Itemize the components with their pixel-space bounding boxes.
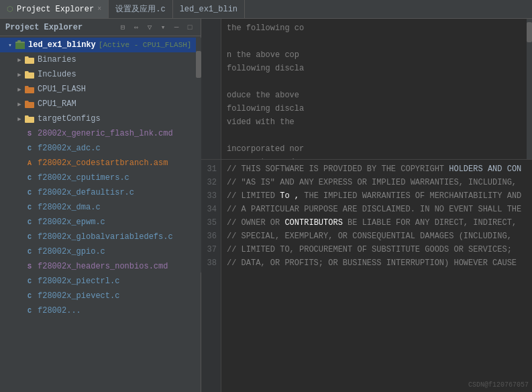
arrow-binaries: ▶ [15,55,24,64]
tree-item-headers[interactable]: ▶ S f28002x_headers_nonbios.cmd [0,259,201,274]
top-line-numbers [201,19,221,159]
code-line-33: // LIMITED To , THE IMPLIED WARRANTIES O… [227,189,527,203]
c-file-icon-adc: C [24,143,35,154]
panel-header: Project Explorer ⊟ ⇔ ▽ ▾ ─ □ [0,19,201,36]
collapse-all-icon[interactable]: ⊟ [117,22,128,33]
tree-item-28002-flash[interactable]: ▶ S 28002x_generic_flash_lnk.cmd [0,126,201,141]
cpu1-ram-label: CPU1_RAM [38,99,76,109]
code-line-top-7: incorporated nor [227,142,527,156]
code-line-37: // LIMITED TO, PROCUREMENT OF SUBSTITUTE… [227,243,527,256]
line-num-38: 38 [205,256,217,270]
bottom-code-content: // THIS SOFTWARE IS PROVIDED BY THE COPY… [221,160,532,392]
svg-rect-1 [15,43,25,49]
code-line-top-8: r promote produ [227,156,527,159]
includes-label: Includes [38,70,76,79]
tab-settings-label: 设置及应用.c [115,3,165,15]
tree-item-more[interactable]: ▶ C f28002... [0,303,201,318]
tree-item-codestart[interactable]: ▶ A f28002x_codestartbranch.asm [0,156,201,170]
tree-view[interactable]: ▾ led_ex1_blinky [Active - CPU1_FLASH] ▶… [0,36,201,392]
file-defaultisr-label: f28002x_defaultisr.c [38,188,134,197]
line-num-33: 33 [205,189,217,203]
minimize-icon[interactable]: ─ [171,22,182,33]
tab-settings-app[interactable]: 设置及应用.c [109,0,172,18]
c-file-icon-epwm: C [24,217,35,228]
arrow-cpu1-ram: ▶ [15,99,24,109]
code-line-top-3: following discla [227,62,527,75]
panel-scrollbar-thumb[interactable] [196,51,201,78]
file-pievect-label: f28002x_pievect.c [38,291,119,301]
file-piectrl-label: f28002x_piectrl.c [38,277,119,286]
link-editor-icon[interactable]: ⇔ [131,22,142,33]
c-file-icon-cputimers: C [24,173,35,183]
code-line-38: // DATA, OR PROFITS; OR BUSINESS INTERRU… [227,256,527,270]
arrow-target-configs: ▶ [15,114,24,124]
tree-item-cpu1-ram[interactable]: ▶ CPU1_RAM [0,97,201,111]
c-file-icon-more: C [24,305,35,316]
arrow-includes: ▶ [15,70,24,79]
right-scrollbar-top-thumb[interactable] [527,22,532,42]
file-cputimers-label: f28002x_cputimers.c [38,173,129,183]
panel-scrollbar[interactable] [196,38,201,273]
tree-item-binaries[interactable]: ▶ Binaries [0,52,201,67]
file-more-label: f28002... [38,306,81,315]
project-name: led_ex1_blinky [28,40,96,50]
folder-binaries-icon [24,54,35,65]
tab-led-label: led_ex1_blin [180,5,237,14]
c-file-icon-gpio: C [24,246,35,257]
line-num-31: 31 [205,162,217,176]
tree-item-cpu1-flash[interactable]: ▶ CPU1_FLASH [0,82,201,97]
code-line-34: // A PARTICULAR PURPOSE ARE DISCLAIMED. … [227,203,527,216]
cmd-file-icon-headers: S [24,261,35,272]
bottom-line-numbers: 31 32 33 34 35 36 37 38 [201,160,221,392]
tree-item-project-root[interactable]: ▾ led_ex1_blinky [Active - CPU1_FLASH] [0,38,201,52]
folder-includes-icon [24,69,35,80]
code-line-top-1: the following co [227,21,527,35]
folder-target-configs-icon [24,113,35,124]
tree-item-piectrl[interactable]: ▶ C f28002x_piectrl.c [0,274,201,289]
code-line-31: // THIS SOFTWARE IS PROVIDED BY THE COPY… [227,162,527,176]
tab-led-blinky[interactable]: led_ex1_blin [173,0,245,18]
line-num-37: 37 [205,243,217,256]
code-line-top-4: oduce the above [227,89,527,102]
main-area: Project Explorer ⊟ ⇔ ▽ ▾ ─ □ ▾ led_ex1_b… [0,19,532,392]
file-gpio-label: f28002x_gpio.c [38,247,105,256]
view-menu-icon[interactable]: ▾ [158,22,168,33]
c-file-icon-dma: C [24,202,35,213]
c-file-icon-globalvars: C [24,232,35,242]
filter-icon[interactable]: ▽ [144,22,155,33]
target-configs-label: targetConfigs [38,114,101,124]
tab-close-project-explorer[interactable]: × [97,5,101,13]
folder-cpu1-flash-icon [24,84,35,95]
tree-item-dma[interactable]: ▶ C f28002x_dma.c [0,200,201,215]
tree-item-cputimers[interactable]: ▶ C f28002x_cputimers.c [0,170,201,185]
tree-item-globalvars[interactable]: ▶ C f28002x_globalvariabledefs.c [0,230,201,244]
tree-item-pievect[interactable]: ▶ C f28002x_pievect.c [0,289,201,303]
line-num-35: 35 [205,216,217,230]
tab-project-explorer[interactable]: ⬡ Project Explorer × [0,0,109,18]
c-file-icon-piectrl: C [24,276,35,287]
cpu1-flash-label: CPU1_FLASH [38,85,86,94]
tree-item-epwm[interactable]: ▶ C f28002x_epwm.c [0,215,201,230]
line-num-32: 32 [205,176,217,189]
file-adc-label: f28002x_adc.c [38,144,101,153]
project-explorer-icon: ⬡ [7,5,13,13]
code-line-top-2: n the above cop [227,48,527,62]
tree-item-gpio[interactable]: ▶ C f28002x_gpio.c [0,244,201,259]
tree-item-defaultisr[interactable]: ▶ C f28002x_defaultisr.c [0,185,201,200]
tree-item-target-configs[interactable]: ▶ targetConfigs [0,111,201,126]
right-scrollbar-top[interactable] [527,19,532,159]
file-globalvars-label: f28002x_globalvariabledefs.c [38,232,173,242]
code-line-top-5: following discla [227,102,527,115]
code-editor-panel: the following co n the above cop followi… [201,19,532,392]
line-num-36: 36 [205,230,217,243]
panel-icons: ⊟ ⇔ ▽ ▾ ─ □ [117,22,195,33]
binaries-label: Binaries [38,55,76,64]
maximize-icon[interactable]: □ [184,22,195,33]
c-file-icon-defaultisr: C [24,187,35,198]
tree-item-includes[interactable]: ▶ Includes [0,67,201,82]
cmd-file-icon-28002: S [24,128,35,139]
file-dma-label: f28002x_dma.c [38,203,101,212]
top-code-content: the following co n the above cop followi… [221,19,532,159]
top-code-section: the following co n the above cop followi… [201,19,532,160]
tree-item-adc[interactable]: ▶ C f28002x_adc.c [0,141,201,156]
